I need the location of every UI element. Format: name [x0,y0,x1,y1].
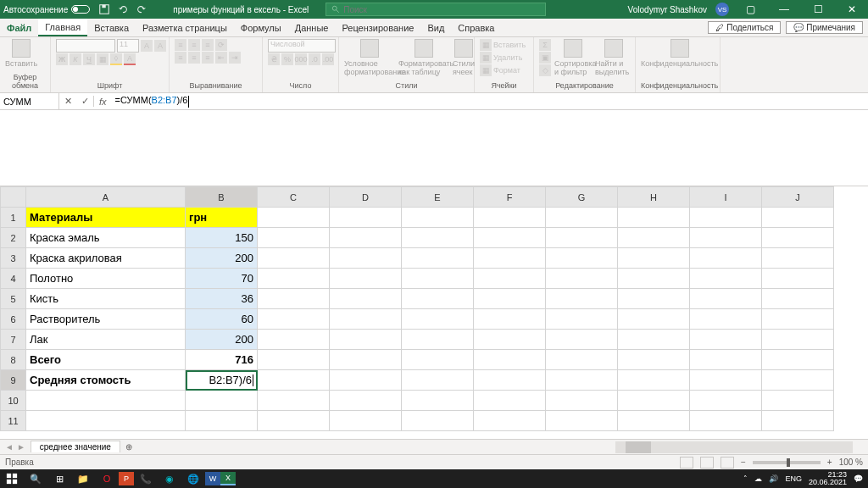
align-top-icon[interactable]: ≡ [175,39,186,51]
taskbar-excel-icon[interactable]: X [220,472,236,485]
cell[interactable] [402,370,474,391]
cell[interactable] [546,330,618,350]
cell[interactable] [258,309,330,330]
tray-language[interactable]: ENG [785,474,802,483]
cell[interactable] [618,309,690,330]
taskbar-explorer-icon[interactable]: 📁 [71,469,95,488]
cell[interactable] [402,330,474,350]
align-center-icon[interactable]: ≡ [188,52,200,64]
tab-data[interactable]: Данные [288,19,336,36]
spreadsheet-grid[interactable]: A B C D E F G H I J 1Материалыгрн 2Краск… [0,186,868,439]
cells-format-button[interactable]: ▦Формат [480,64,526,76]
tab-view[interactable]: Вид [420,19,451,36]
zoom-out-icon[interactable]: − [741,458,746,467]
clear-icon[interactable]: ◇ [539,64,551,76]
cell[interactable]: Материалы [26,208,186,228]
cell[interactable] [330,228,402,248]
cell[interactable] [474,411,546,431]
cell[interactable] [186,411,258,431]
italic-icon[interactable]: К [70,53,81,65]
currency-icon[interactable]: ₴ [268,53,280,65]
cell[interactable]: Растворитель [26,309,186,330]
cell[interactable] [690,391,762,411]
cell[interactable] [690,269,762,289]
bold-icon[interactable]: Ж [56,53,68,65]
cell[interactable]: Краска эмаль [26,228,186,248]
cell[interactable] [618,269,690,289]
taskbar-powerpoint-icon[interactable]: P [119,472,134,485]
orientation-icon[interactable]: ⟳ [215,39,227,51]
col-header-A[interactable]: A [26,187,186,208]
cell[interactable] [762,350,834,370]
cell[interactable] [474,391,546,411]
align-middle-icon[interactable]: ≡ [188,39,200,51]
zoom-slider[interactable] [753,461,821,464]
view-normal-icon[interactable] [680,457,693,469]
row-header[interactable]: 11 [1,411,26,431]
tab-page-layout[interactable]: Разметка страницы [136,19,234,36]
search-input[interactable] [343,5,540,14]
align-left-icon[interactable]: ≡ [175,52,186,64]
cell[interactable] [690,289,762,309]
underline-icon[interactable]: Ч [83,53,95,65]
maximize-icon[interactable]: ☐ [805,3,831,15]
cell[interactable] [258,208,330,228]
cell[interactable] [402,411,474,431]
cell[interactable] [474,248,546,269]
sheet-nav-prev-icon[interactable]: ◄ [5,442,14,452]
cell[interactable]: Краска акриловая [26,248,186,269]
cell[interactable]: 70 [186,269,258,289]
col-header-G[interactable]: G [546,187,618,208]
redo-icon[interactable] [136,3,147,15]
border-icon[interactable]: ▦ [97,53,108,65]
search-box[interactable] [326,3,546,16]
toggle-switch-icon[interactable] [71,5,90,14]
cell[interactable]: Всего [26,350,186,370]
cell[interactable] [618,350,690,370]
cell[interactable] [330,391,402,411]
col-header-H[interactable]: H [618,187,690,208]
taskbar-taskview-icon[interactable]: ⊞ [47,469,71,488]
cell[interactable]: Полотно [26,269,186,289]
autosave-toggle[interactable]: Автосохранение [3,5,90,14]
cell[interactable] [690,228,762,248]
col-header-C[interactable]: C [258,187,330,208]
cell[interactable] [330,350,402,370]
cell[interactable]: 150 [186,228,258,248]
conditional-format-button[interactable]: Условное форматирование [344,39,395,76]
taskbar-word-icon[interactable]: W [205,472,220,485]
tray-notifications-icon[interactable]: 💬 [854,474,863,483]
cell[interactable] [258,269,330,289]
cell[interactable] [258,330,330,350]
fx-icon[interactable]: fx [94,97,112,107]
sheet-nav-next-icon[interactable]: ► [17,442,25,452]
cell[interactable] [26,411,186,431]
cell[interactable] [690,330,762,350]
tab-help[interactable]: Справка [451,19,501,36]
share-button[interactable]: 🖊 Поделиться [708,21,781,34]
cell[interactable]: 36 [186,289,258,309]
cell[interactable] [258,289,330,309]
cells-insert-button[interactable]: ▦Вставить [480,39,526,51]
cell[interactable] [330,411,402,431]
add-sheet-button[interactable]: ⊕ [120,442,137,452]
inc-decimal-icon[interactable]: .0 [309,53,320,65]
cell[interactable] [690,208,762,228]
taskbar-viber-icon[interactable]: 📞 [134,469,158,488]
col-header-E[interactable]: E [402,187,474,208]
cell[interactable] [474,269,546,289]
tray-onedrive-icon[interactable]: ☁ [754,474,762,483]
sheet-tab[interactable]: среднее значение [31,441,120,452]
cell[interactable] [762,228,834,248]
row-header[interactable]: 3 [1,248,26,269]
row-header[interactable]: 6 [1,309,26,330]
cell[interactable] [402,269,474,289]
cell[interactable] [546,350,618,370]
cell[interactable] [474,289,546,309]
undo-icon[interactable] [117,3,129,15]
cell[interactable] [546,208,618,228]
save-icon[interactable] [98,3,110,15]
cell[interactable] [474,309,546,330]
cell[interactable] [762,330,834,350]
cell[interactable] [762,208,834,228]
